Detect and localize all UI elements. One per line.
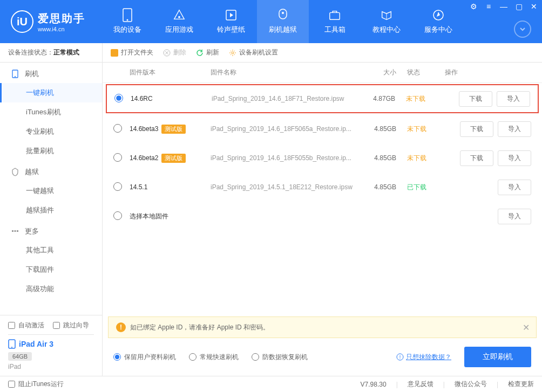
check-update-link[interactable]: 检查更新 <box>508 380 534 389</box>
nav-tab-4[interactable]: 工具箱 <box>309 0 361 43</box>
firmware-radio[interactable] <box>114 94 123 102</box>
minimize-icon[interactable]: — <box>499 2 509 11</box>
sidebar-group-1[interactable]: 越狱 <box>0 161 102 181</box>
download-button[interactable]: 下载 <box>459 91 492 107</box>
nav-tab-0[interactable]: 我的设备 <box>101 0 153 43</box>
keep-data-option[interactable]: 保留用户资料刷机 <box>113 353 176 362</box>
open-folder-button[interactable]: 打开文件夹 <box>111 48 153 57</box>
device-name[interactable]: iPad Air 3 <box>8 339 94 349</box>
firmware-row[interactable]: 14.6beta3 测试版iPad_Spring_2019_14.6_18F50… <box>103 114 542 143</box>
sidebar-item[interactable]: 高级功能 <box>0 279 102 299</box>
firmware-radio[interactable] <box>113 182 122 191</box>
window-controls: ⚙ ≡ — ▢ ✕ <box>469 2 539 11</box>
local-firmware-row[interactable]: 选择本地固件导入 <box>103 202 542 231</box>
firmware-row[interactable]: 14.6RCiPad_Spring_2019_14.6_18F71_Restor… <box>106 84 539 113</box>
fw-size: 4.85GB <box>364 125 407 133</box>
import-button[interactable]: 导入 <box>498 209 531 224</box>
nav-tab-1[interactable]: 应用游戏 <box>153 0 205 43</box>
svg-point-4 <box>282 12 284 14</box>
sidebar-item[interactable]: 其他工具 <box>0 240 102 260</box>
delete-button[interactable]: 删除 <box>163 48 186 57</box>
nav-tab-6[interactable]: 服务中心 <box>412 0 464 43</box>
app-version: V7.98.30 <box>361 381 387 388</box>
nav-icon <box>225 9 238 22</box>
sidebar-group-0[interactable]: 刷机 <box>0 63 102 83</box>
fw-size: 4.87GB <box>363 95 406 102</box>
download-button[interactable]: 下载 <box>460 121 493 137</box>
settings-icon[interactable]: ⚙ <box>469 2 478 11</box>
block-itunes-label: 阻止iTunes运行 <box>18 380 64 389</box>
feedback-link[interactable]: 意见反馈 <box>408 380 433 389</box>
warning-close-icon[interactable]: ✕ <box>523 322 530 333</box>
import-button[interactable]: 导入 <box>497 91 530 107</box>
connection-status: 设备连接状态：正常模式 <box>0 43 102 63</box>
close-icon[interactable]: ✕ <box>529 2 539 11</box>
svg-text:!: ! <box>399 354 401 360</box>
fw-name: iPad_Spring_2019_14.6_18F5065a_Restore.i… <box>211 125 364 133</box>
download-button[interactable]: 下载 <box>460 150 493 166</box>
group-icon <box>11 168 19 176</box>
local-firmware-label: 选择本地固件 <box>130 212 211 221</box>
fw-size: 4.85GB <box>364 154 407 162</box>
firmware-radio[interactable] <box>113 153 122 162</box>
maximize-icon[interactable]: ▢ <box>514 2 524 11</box>
footer: 阻止iTunes运行 V7.98.30 | 意见反馈 | 微信公众号 | 检查更… <box>0 376 542 392</box>
sidebar-item[interactable]: iTunes刷机 <box>0 102 102 122</box>
svg-point-2 <box>178 16 180 18</box>
sidebar-item[interactable]: 下载固件 <box>0 260 102 279</box>
sidebar-item[interactable]: 一键刷机 <box>0 83 102 102</box>
device-settings-button[interactable]: 设备刷机设置 <box>229 48 278 57</box>
skip-guide-checkbox[interactable] <box>53 322 60 329</box>
logo-subtitle: www.i4.cn <box>38 26 85 32</box>
import-button[interactable]: 导入 <box>498 150 531 166</box>
flash-options: 保留用户资料刷机 常规快速刷机 防数据恢复刷机 ! 只想抹除数据？ 立即刷机 <box>103 338 542 376</box>
import-button[interactable]: 导入 <box>498 121 531 137</box>
nav-icon <box>121 9 134 22</box>
svg-point-13 <box>11 347 12 348</box>
refresh-button[interactable]: 刷新 <box>196 48 219 57</box>
sidebar-item[interactable]: 专业刷机 <box>0 122 102 141</box>
fw-status: 未下载 <box>407 154 445 163</box>
firmware-row[interactable]: 14.6beta2 测试版iPad_Spring_2019_14.6_18F50… <box>103 143 542 173</box>
fw-name: iPad_Spring_2019_14.6_18F71_Restore.ipsw <box>212 95 363 102</box>
gear-icon <box>229 49 236 57</box>
fw-version: 14.5.1 <box>130 183 211 191</box>
sidebar-item[interactable]: 批量刷机 <box>0 141 102 161</box>
group-icon <box>11 227 19 236</box>
svg-rect-11 <box>17 230 18 232</box>
sidebar-item[interactable]: 一键越狱 <box>0 181 102 201</box>
logo: iU 爱思助手 www.i4.cn <box>11 10 85 33</box>
flash-now-button[interactable]: 立即刷机 <box>464 347 531 367</box>
fw-status: 已下载 <box>407 183 445 192</box>
firmware-radio[interactable] <box>113 124 122 133</box>
menu-icon[interactable]: ≡ <box>484 2 493 11</box>
device-type: iPad <box>8 363 94 370</box>
col-action: 操作 <box>445 68 531 77</box>
delete-icon <box>163 49 171 57</box>
svg-rect-9 <box>12 230 13 232</box>
svg-point-8 <box>15 76 16 77</box>
warning-icon: ! <box>116 322 126 332</box>
refresh-icon <box>196 49 204 57</box>
svg-point-15 <box>232 52 234 54</box>
nav-tab-2[interactable]: 铃声壁纸 <box>205 0 257 43</box>
auto-activate-label: 自动激活 <box>18 321 44 330</box>
nav-tab-3[interactable]: 刷机越狱 <box>257 0 309 43</box>
firmware-row[interactable]: 14.5.1iPad_Spring_2019_14.5.1_18E212_Res… <box>103 173 542 202</box>
sidebar-item[interactable]: 越狱插件 <box>0 201 102 220</box>
logo-icon: iU <box>11 10 33 33</box>
wipe-only-link[interactable]: ! 只想抹除数据？ <box>396 353 451 362</box>
firmware-radio[interactable] <box>113 211 122 220</box>
normal-flash-option[interactable]: 常规快速刷机 <box>189 353 239 362</box>
block-itunes-checkbox[interactable] <box>8 381 15 388</box>
sidebar-group-2[interactable]: 更多 <box>0 220 102 240</box>
folder-icon <box>111 49 118 57</box>
collapse-arrow-icon[interactable] <box>514 20 531 38</box>
wechat-link[interactable]: 微信公众号 <box>455 380 487 389</box>
warning-banner: ! 如已绑定 Apple ID，请准备好 Apple ID 和密码。 ✕ <box>108 317 537 338</box>
nav-tab-5[interactable]: 教程中心 <box>361 0 412 43</box>
import-button[interactable]: 导入 <box>498 180 531 195</box>
col-name: 固件名称 <box>211 68 364 77</box>
auto-activate-checkbox[interactable] <box>8 322 15 329</box>
anti-recovery-option[interactable]: 防数据恢复刷机 <box>252 353 308 362</box>
